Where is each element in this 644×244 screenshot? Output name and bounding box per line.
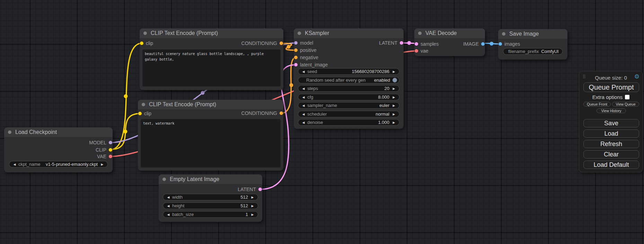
widget-value[interactable]: ComfyUI [541,49,559,54]
widget-value[interactable]: v1-5-pruned-emaonly.ckpt [43,162,98,167]
decrement-arrow-icon[interactable]: ◀ [301,70,306,73]
output-slot-conditioning[interactable]: CONDITIONING [241,40,283,47]
collapse-dot-icon[interactable] [8,130,11,134]
decrement-arrow-icon[interactable]: ◀ [166,213,170,216]
node-clip-text-encode-negative[interactable]: CLIP Text Encode (Prompt) clip CONDITION… [138,100,283,171]
save-button[interactable]: Save [583,119,639,127]
decrement-arrow-icon[interactable]: ◀ [301,121,306,124]
node-save-image[interactable]: Save Image images filename_prefix ComfyU… [498,29,567,60]
model-slot-dot[interactable] [294,41,298,45]
widget-value[interactable]: normal [329,111,389,117]
node-header[interactable]: CLIP Text Encode (Prompt) [138,100,283,109]
latent-slot-dot[interactable] [258,188,262,191]
widget-batch-size[interactable]: ◀ batch_size 1 ▶ [163,211,258,218]
input-slot-latent-image[interactable]: latent_image [294,61,328,68]
widget-value[interactable]: 512 [187,203,248,208]
queue-menu-panel[interactable]: ⠿ Queue size: 0 ⚙ Queue Prompt Extra opt… [579,71,643,172]
queue-front-button[interactable]: Queue Front [583,102,611,107]
widget-value[interactable]: 156680208700286 [319,69,389,74]
widget-ckpt-name[interactable]: ◀ ckpt_name v1-5-pruned-emaonly.ckpt ▶ [9,161,108,168]
increment-arrow-icon[interactable]: ▶ [392,112,396,116]
node-ksampler[interactable]: KSampler model positive negative latent_… [294,28,404,129]
increment-arrow-icon[interactable]: ▶ [250,213,255,216]
conditioning-slot-dot[interactable] [280,42,283,45]
refresh-button[interactable]: Refresh [583,140,639,148]
extra-options-checkbox[interactable] [625,95,629,99]
output-slot-vae[interactable]: VAE [97,153,112,160]
widget-random-seed-toggle[interactable]: Random seed after every gen enabled [298,77,399,83]
image-slot-dot[interactable] [481,42,485,46]
node-header[interactable]: Save Image [498,29,567,39]
node-header[interactable]: Empty Latent Image [159,174,262,184]
widget-sampler-name[interactable]: ◀ sampler_name euler ▶ [298,102,399,109]
decrement-arrow-icon[interactable]: ◀ [301,112,306,116]
collapse-dot-icon[interactable] [143,31,147,35]
widget-scheduler[interactable]: ◀ scheduler normal ▶ [298,111,399,117]
view-queue-button[interactable]: View Queue [612,102,639,107]
node-graph-canvas[interactable]: CLIP Text Encode (Prompt) clip CONDITION… [0,0,644,244]
increment-arrow-icon[interactable]: ▶ [250,204,255,208]
vae-slot-dot[interactable] [109,155,112,158]
decrement-arrow-icon[interactable]: ◀ [166,196,170,199]
node-clip-text-encode-positive[interactable]: CLIP Text Encode (Prompt) clip CONDITION… [140,28,283,90]
collapse-dot-icon[interactable] [142,103,145,106]
image-slot-dot[interactable] [499,42,502,46]
clear-button[interactable]: Clear [583,150,639,159]
latent-slot-dot[interactable] [415,42,418,46]
decrement-arrow-icon[interactable]: ◀ [301,87,306,90]
load-button[interactable]: Load [583,129,639,138]
collapse-dot-icon[interactable] [502,32,505,36]
widget-filename-prefix[interactable]: filename_prefix ComfyUI [503,48,563,55]
widget-seed[interactable]: ◀ seed 156680208700286 ▶ [298,68,399,75]
decrement-arrow-icon[interactable]: ◀ [301,96,306,99]
input-slot-model[interactable]: model [294,39,313,46]
latent-slot-dot[interactable] [400,41,403,45]
collapse-dot-icon[interactable] [418,31,422,35]
output-slot-conditioning[interactable]: CONDITIONING [241,110,283,117]
widget-value[interactable]: 1.000 [326,120,389,125]
conditioning-slot-dot[interactable] [294,56,298,59]
collapse-dot-icon[interactable] [298,31,301,35]
prompt-textarea[interactable]: beautiful scenery nature glass bottle la… [142,49,281,87]
node-header[interactable]: Load Checkpoint [4,127,113,137]
input-slot-images[interactable]: images [499,40,520,47]
conditioning-slot-dot[interactable] [280,111,283,115]
decrement-arrow-icon[interactable]: ◀ [12,163,17,166]
input-slot-samples[interactable]: samples [415,40,439,47]
decrement-arrow-icon[interactable]: ◀ [301,104,306,107]
increment-arrow-icon[interactable]: ▶ [392,104,396,107]
clip-slot-dot[interactable] [138,112,142,115]
widget-value[interactable]: 512 [185,195,248,200]
node-load-checkpoint[interactable]: Load Checkpoint MODEL CLIP VAE ◀ ckpt_na… [4,127,113,172]
input-slot-clip[interactable]: clip [140,40,153,47]
collapse-dot-icon[interactable] [162,178,166,181]
prompt-textarea[interactable]: text, watermark [141,119,281,168]
input-slot-clip[interactable]: clip [138,110,151,117]
output-slot-clip[interactable]: CLIP [96,146,112,153]
latent-slot-dot[interactable] [294,63,298,66]
queue-prompt-button[interactable]: Queue Prompt [583,82,639,92]
decrement-arrow-icon[interactable]: ◀ [166,204,170,208]
node-header[interactable]: KSampler [294,28,404,38]
widget-cfg[interactable]: ◀ cfg 8.000 ▶ [298,94,399,100]
node-vae-decode[interactable]: VAE Decode samples vae IMAGE [414,28,485,56]
increment-arrow-icon[interactable]: ▶ [392,87,396,90]
output-slot-latent[interactable]: LATENT [238,186,262,193]
widget-denoise[interactable]: ◀ denoise 1.000 ▶ [298,119,399,126]
load-default-button[interactable]: Load Default [583,161,639,169]
output-slot-image[interactable]: IMAGE [463,40,485,47]
widget-value[interactable]: 8.000 [316,94,389,100]
increment-arrow-icon[interactable]: ▶ [392,121,396,124]
increment-arrow-icon[interactable]: ▶ [392,96,396,99]
view-history-button[interactable]: View History [597,108,626,113]
output-slot-latent[interactable]: LATENT [379,39,403,46]
widget-value[interactable]: euler [339,103,389,108]
widget-value[interactable]: 1 [196,212,248,217]
output-slot-model[interactable]: MODEL [89,139,112,146]
conditioning-slot-dot[interactable] [294,48,298,52]
increment-arrow-icon[interactable]: ▶ [250,196,255,199]
widget-steps[interactable]: ◀ steps 20 ▶ [298,85,399,92]
increment-arrow-icon[interactable]: ▶ [100,163,104,166]
input-slot-positive[interactable]: positive [294,47,316,54]
widget-width[interactable]: ◀ width 512 ▶ [163,194,258,200]
